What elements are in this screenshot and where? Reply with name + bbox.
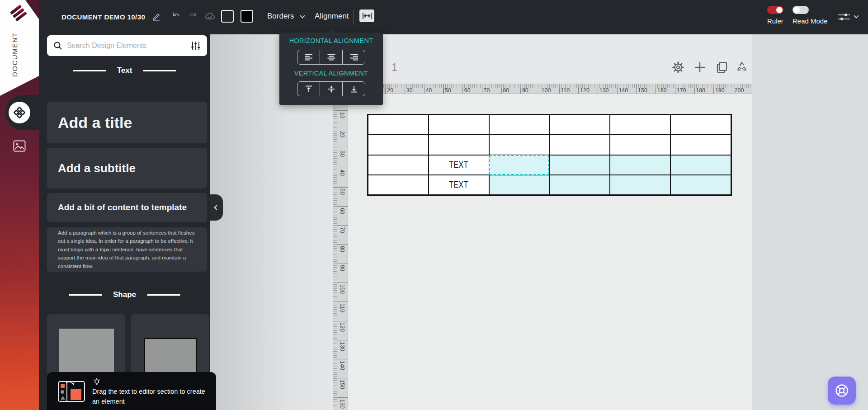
ruler-toggle[interactable] [767, 6, 783, 14]
add-subtitle-label: Add a subtitle [58, 161, 136, 175]
read-mode-toggle-label: Read Mode [793, 17, 828, 25]
section-divider-line [147, 294, 180, 296]
table-cell[interactable] [610, 155, 670, 175]
borders-menu-button[interactable]: Borders [267, 12, 304, 21]
border-color-swatch[interactable] [221, 10, 234, 23]
v-ruler-label: 10 [339, 112, 345, 118]
duplicate-page-icon[interactable] [715, 61, 729, 74]
ruler-toggle-knob [776, 7, 783, 13]
table-cell[interactable] [489, 115, 550, 135]
view-chevron-down-icon[interactable] [854, 13, 859, 18]
undo-icon[interactable] [170, 11, 182, 23]
align-center-button[interactable] [320, 50, 342, 64]
h-ruler-label: 150 [638, 87, 647, 94]
table-cell[interactable] [670, 175, 731, 195]
table-cell[interactable] [549, 135, 610, 155]
add-title-item[interactable]: Add a title [47, 102, 207, 143]
table-cell[interactable] [610, 115, 670, 135]
sidebar-tab-elements[interactable] [9, 102, 30, 123]
top-toolbar: DOCUMENT DEMO 10/30 Borders Alignment [0, 0, 868, 34]
table-cell[interactable] [670, 115, 731, 135]
h-ruler-label: 30 [406, 87, 413, 94]
table-cell[interactable] [368, 135, 429, 155]
alignment-dropdown: HORIZONTAL ALIGNMENT VERTICAL ALIGNMENT [279, 33, 383, 105]
distribute-width-button[interactable] [359, 9, 374, 22]
add-page-plus-icon[interactable] [693, 61, 707, 74]
align-right-button[interactable] [342, 50, 365, 64]
align-left-button[interactable] [297, 50, 320, 64]
section-divider-line [143, 70, 176, 71]
align-middle-icon [328, 85, 335, 93]
app-logo-icon[interactable] [9, 4, 28, 23]
add-title-label: Add a title [58, 114, 132, 132]
table-cell[interactable]: TEXT [429, 155, 489, 175]
h-ruler: 2030405060708090100110120130140150160170… [348, 84, 752, 94]
life-buoy-icon [834, 382, 850, 399]
borders-label: Borders [267, 12, 294, 20]
v-ruler-label: 150 [339, 380, 345, 389]
read-mode-toggle-knob [793, 7, 800, 13]
h-ruler-label: 110 [561, 87, 570, 94]
table-cell[interactable] [489, 155, 550, 175]
text-section-title: Text [117, 66, 132, 75]
fill-color-swatch[interactable] [241, 10, 253, 23]
horizontal-alignment-group [297, 50, 365, 65]
read-mode-toggle[interactable] [793, 6, 809, 14]
table-cell[interactable] [549, 175, 610, 195]
help-support-button[interactable] [828, 377, 856, 405]
chevron-left-icon [214, 205, 219, 210]
align-middle-button[interactable] [320, 82, 342, 96]
table-cell[interactable] [549, 155, 610, 175]
edit-pencil-icon[interactable] [151, 11, 162, 23]
h-ruler-label: 40 [425, 87, 432, 94]
view-settings-icon[interactable] [838, 12, 850, 23]
lightbulb-icon [92, 377, 101, 386]
search-icon [53, 41, 62, 50]
shape-section-title: Shape [113, 290, 136, 299]
table-cell[interactable] [670, 155, 731, 175]
table-cell[interactable] [489, 175, 550, 195]
table-cell[interactable]: TEXT [429, 175, 489, 195]
shape-section-header: Shape [39, 290, 210, 299]
page-number: 1 [392, 61, 397, 74]
table-cell[interactable] [368, 115, 429, 135]
v-ruler: 102030405060708090100110120130140150160 [333, 94, 348, 410]
h-ruler-label: 130 [599, 87, 609, 94]
add-content-item[interactable]: Add a bit of content to template [47, 193, 207, 222]
h-ruler-label: 50 [445, 87, 451, 94]
table-cell[interactable] [368, 175, 429, 195]
align-top-button[interactable] [297, 82, 320, 96]
v-ruler-label: 80 [339, 246, 345, 252]
table-cell[interactable] [610, 175, 670, 195]
drag-illustration [58, 381, 85, 402]
table-cell[interactable] [549, 115, 610, 135]
table-cell[interactable] [429, 135, 489, 155]
filter-icon[interactable] [191, 41, 201, 50]
v-ruler-label: 90 [339, 265, 345, 271]
add-paragraph-item[interactable]: Add a paragraph which is a group of sent… [47, 227, 207, 272]
recycle-delete-icon[interactable] [735, 61, 749, 74]
table-cell[interactable] [489, 135, 550, 155]
align-top-icon [305, 85, 312, 93]
alignment-menu-button[interactable]: Alignment [315, 12, 349, 21]
v-ruler-label: 120 [339, 322, 345, 332]
panel-collapse-handle[interactable] [210, 194, 223, 221]
h-ruler-label: 60 [464, 87, 471, 94]
table-cell[interactable] [610, 135, 670, 155]
design-table[interactable]: TEXTTEXT [367, 114, 732, 196]
sidebar-tab-images[interactable] [13, 140, 26, 152]
redo-icon[interactable] [187, 11, 199, 23]
cloud-saved-icon[interactable] [204, 11, 216, 23]
table-cell[interactable] [670, 135, 731, 155]
search-bar [47, 35, 207, 56]
table-cell[interactable] [429, 115, 489, 135]
search-input[interactable] [67, 42, 191, 50]
page-settings-gear-icon[interactable] [671, 61, 685, 74]
add-subtitle-item[interactable]: Add a subtitle [47, 148, 207, 189]
document-title: DOCUMENT DEMO 10/30 [61, 13, 145, 21]
table-cell[interactable] [368, 155, 429, 175]
v-ruler-label: 140 [339, 361, 345, 370]
h-ruler-label: 140 [618, 87, 628, 94]
align-bottom-button[interactable] [342, 82, 365, 96]
alignment-label: Alignment [315, 12, 349, 20]
